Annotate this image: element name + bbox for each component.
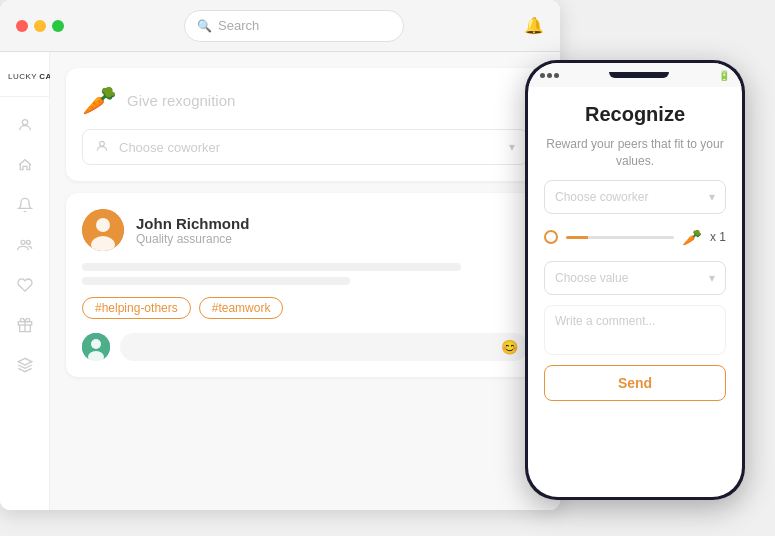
post-content-lines — [82, 263, 528, 285]
phone-choose-value[interactable]: Choose value ▾ — [544, 261, 726, 295]
main-content: 🥕 Give rexognition Choose coworker ▾ — [50, 52, 560, 510]
phone-status-bar: 🔋 — [528, 63, 742, 87]
avatar-image — [82, 209, 124, 251]
sidebar-item-layers[interactable] — [9, 349, 41, 381]
status-dot-2 — [547, 73, 552, 78]
sidebar-item-notifications[interactable] — [9, 189, 41, 221]
notification-bell-icon[interactable]: 🔔 — [524, 16, 544, 35]
give-recognition-placeholder: Give rexognition — [127, 92, 235, 109]
svg-point-1 — [21, 240, 25, 244]
phone-send-label: Send — [618, 375, 652, 391]
sidebar: LUCKY CARROT 🥕 — [0, 52, 50, 510]
phone-content: Recognize Reward your peers that fit to … — [528, 87, 742, 497]
give-recognition-row: 🥕 Give rexognition — [82, 84, 528, 117]
browser-chrome: 🔍 Search 🔔 — [0, 0, 560, 52]
logo-lucky: LUCKY — [8, 72, 37, 81]
svg-point-2 — [26, 240, 30, 244]
comment-input-bar[interactable]: 😊 — [120, 333, 528, 361]
recognition-card: 🥕 Give rexognition Choose coworker ▾ — [66, 68, 544, 181]
slider-handle[interactable] — [544, 230, 558, 244]
phone-comment-area[interactable]: Write a comment... — [544, 305, 726, 355]
traffic-lights — [16, 20, 64, 32]
logo: LUCKY CARROT 🥕 — [8, 68, 41, 84]
avatar — [82, 209, 124, 251]
choose-coworker-dropdown[interactable]: Choose coworker ▾ — [82, 129, 528, 165]
minimize-button[interactable] — [34, 20, 46, 32]
phone-notch — [609, 72, 669, 78]
svg-point-10 — [91, 339, 101, 349]
slider-count: x 1 — [710, 230, 726, 244]
svg-marker-4 — [18, 358, 31, 365]
mobile-phone: 🔋 Recognize Reward your peers that fit t… — [525, 60, 745, 500]
slider-track[interactable] — [566, 236, 674, 239]
post-line-2 — [82, 277, 350, 285]
sidebar-item-team[interactable] — [9, 229, 41, 261]
phone-screen: 🔋 Recognize Reward your peers that fit t… — [528, 63, 742, 497]
app-layout: LUCKY CARROT 🥕 — [0, 52, 560, 510]
search-bar[interactable]: 🔍 Search — [184, 10, 404, 42]
tag-helping-others[interactable]: #helping-others — [82, 297, 191, 319]
phone-choose-coworker[interactable]: Choose coworker ▾ — [544, 180, 726, 214]
person-icon — [95, 139, 109, 156]
carrot-icon: 🥕 — [82, 84, 117, 117]
phone-value-label: Choose value — [555, 271, 628, 285]
person-role: Quality assurance — [136, 232, 249, 246]
svg-point-5 — [100, 141, 105, 146]
tags-row: #helping-others #teamwork — [82, 297, 528, 319]
emoji-icon: 😊 — [501, 339, 518, 355]
sidebar-item-rewards[interactable] — [9, 309, 41, 341]
sidebar-item-home[interactable] — [9, 149, 41, 181]
post-header: John Richmond Quality assurance — [82, 209, 528, 251]
phone-subtitle: Reward your peers that fit to your value… — [544, 136, 726, 170]
post-card: John Richmond Quality assurance #helping… — [66, 193, 544, 377]
svg-point-7 — [96, 218, 110, 232]
logo-area: LUCKY CARROT 🥕 — [0, 64, 49, 97]
browser-window: 🔍 Search 🔔 LUCKY CARROT 🥕 — [0, 0, 560, 510]
person-name: John Richmond — [136, 215, 249, 232]
bell-wrapper: 🔔 — [524, 16, 544, 35]
search-bar-wrapper: 🔍 Search — [64, 10, 524, 42]
maximize-button[interactable] — [52, 20, 64, 32]
phone-battery-icon: 🔋 — [718, 70, 730, 81]
phone-coworker-arrow: ▾ — [709, 190, 715, 204]
search-icon: 🔍 — [197, 19, 212, 33]
tag-teamwork[interactable]: #teamwork — [199, 297, 284, 319]
status-indicators — [540, 73, 559, 78]
post-footer: 😊 — [82, 333, 528, 361]
status-dot-3 — [554, 73, 559, 78]
post-line-1 — [82, 263, 461, 271]
slider-carrot-icon: 🥕 — [682, 228, 702, 247]
dropdown-arrow-icon: ▾ — [509, 140, 515, 154]
svg-point-0 — [22, 120, 27, 125]
phone-slider-row: 🥕 x 1 — [544, 224, 726, 251]
sidebar-item-favorites[interactable] — [9, 269, 41, 301]
status-dot-1 — [540, 73, 545, 78]
commenter-avatar — [82, 333, 110, 361]
sidebar-item-profile[interactable] — [9, 109, 41, 141]
close-button[interactable] — [16, 20, 28, 32]
phone-comment-placeholder: Write a comment... — [555, 314, 655, 328]
phone-title: Recognize — [544, 103, 726, 126]
search-placeholder: Search — [218, 18, 259, 33]
choose-coworker-label: Choose coworker — [119, 140, 499, 155]
phone-send-button[interactable]: Send — [544, 365, 726, 401]
person-info: John Richmond Quality assurance — [136, 215, 249, 246]
phone-coworker-label: Choose coworker — [555, 190, 648, 204]
phone-value-arrow: ▾ — [709, 271, 715, 285]
